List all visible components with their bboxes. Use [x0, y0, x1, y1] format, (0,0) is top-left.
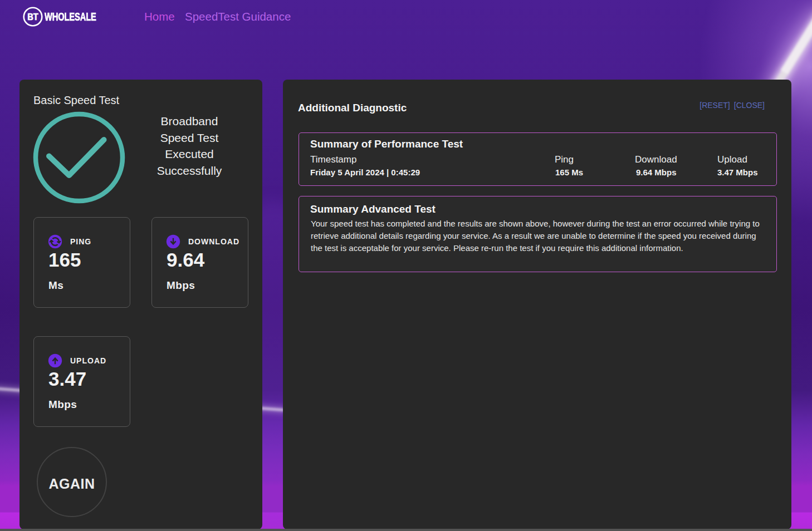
svg-text:BT: BT: [27, 12, 38, 22]
